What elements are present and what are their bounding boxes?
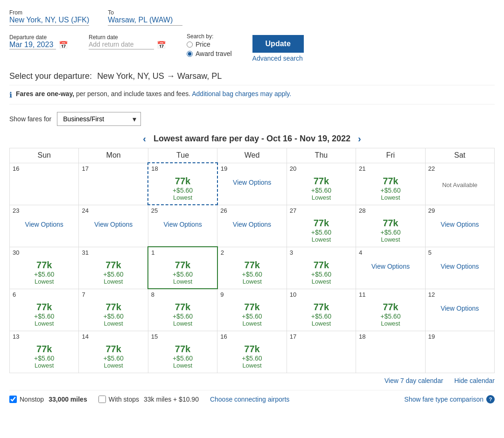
view-options-link[interactable]: View Options — [428, 221, 491, 228]
view-options-link[interactable]: View Options — [151, 221, 214, 228]
from-value[interactable]: New York, NY, US (JFK) — [9, 16, 89, 26]
fare-fee: +$5.60 — [290, 229, 353, 236]
fare-type-select[interactable]: Business/First — [57, 112, 141, 126]
day-number: 30 — [13, 249, 76, 256]
nonstop-miles: 33,000 miles — [49, 396, 87, 403]
fare-lowest-label: Lowest — [359, 194, 422, 201]
calendar-cell[interactable]: 29View Options — [425, 205, 494, 247]
calendar-cell[interactable]: 23View Options — [10, 205, 79, 247]
calendar-cell: 1677k+$5.60Lowest — [217, 331, 287, 373]
fare-lowest-label: Lowest — [220, 320, 283, 327]
calendar-day-header: Tue — [148, 148, 217, 163]
calendar-cell[interactable]: 24View Options — [79, 205, 148, 247]
advanced-search-link[interactable]: Advanced search — [252, 55, 303, 62]
view-7-day-link[interactable]: View 7 day calendar — [385, 377, 443, 384]
fare-lowest-label: Lowest — [151, 278, 214, 285]
fare-fee: +$5.60 — [290, 271, 353, 278]
view-options-link[interactable]: View Options — [82, 221, 145, 228]
price-radio[interactable] — [187, 42, 193, 48]
calendar-cell[interactable]: 12View Options — [425, 289, 494, 331]
calendar-cell: 177k+$5.60Lowest — [148, 247, 217, 289]
calendar-cell: 1377k+$5.60Lowest — [10, 331, 79, 373]
calendar-cell: 2077k+$5.60Lowest — [287, 163, 356, 205]
day-number: 27 — [290, 207, 353, 214]
day-number: 22 — [428, 165, 491, 172]
fare-lowest-label: Lowest — [290, 236, 353, 243]
bag-charges-link[interactable]: Additional bag charges may apply. — [192, 90, 291, 97]
calendar-cell: 2877k+$5.60Lowest — [356, 205, 425, 247]
calendar-cell[interactable]: 4View Options — [356, 247, 425, 289]
view-options-link[interactable]: View Options — [220, 221, 283, 228]
return-calendar-icon[interactable]: 📅 — [157, 41, 166, 49]
day-number: 12 — [428, 291, 491, 298]
day-number: 19 — [428, 333, 491, 340]
day-number: 29 — [428, 207, 491, 214]
fare-lowest-label: Lowest — [359, 236, 422, 243]
price-radio-label: Price — [196, 41, 210, 48]
calendar-cell: 17 — [79, 163, 148, 205]
view-options-link[interactable]: View Options — [428, 263, 491, 270]
fare-miles: 77k — [359, 218, 422, 229]
fare-type-wrapper[interactable]: Business/First — [57, 112, 141, 126]
fare-fee: +$5.60 — [151, 313, 214, 320]
calendar-cell[interactable]: 25View Options — [148, 205, 217, 247]
fare-fee: +$5.60 — [359, 229, 422, 236]
nonstop-checkbox[interactable] — [9, 396, 17, 403]
return-date-field: Return date Add return date 📅 — [89, 33, 166, 49]
fares-info: ℹ Fares are one-way, per person, and inc… — [9, 85, 495, 104]
award-radio[interactable] — [187, 51, 193, 57]
calendar-cell: 877k+$5.60Lowest — [148, 289, 217, 331]
price-radio-item[interactable]: Price — [187, 41, 232, 48]
day-number: 2 — [221, 249, 284, 256]
view-options-link[interactable]: View Options — [359, 263, 422, 270]
fare-fee: +$5.60 — [220, 355, 283, 362]
departure-calendar-icon[interactable]: 📅 — [59, 41, 68, 49]
calendar-title: Lowest award fare per day - Oct 16 - Nov… — [154, 134, 350, 144]
prev-month-button[interactable]: ‹ — [143, 133, 146, 144]
fare-lowest-label: Lowest — [13, 278, 76, 285]
calendar-week-row: 16171877k+$5.60Lowest19View Options2077k… — [10, 163, 495, 205]
calendar-body: 16171877k+$5.60Lowest19View Options2077k… — [10, 163, 495, 373]
choose-airports-link[interactable]: Choose connecting airports — [210, 396, 289, 403]
view-options-link[interactable]: View Options — [428, 305, 491, 312]
fare-fee: +$5.60 — [290, 187, 353, 194]
departure-value[interactable]: Mar 19, 2023 — [9, 41, 56, 49]
calendar-table: SunMonTueWedThuFriSat 16171877k+$5.60Low… — [9, 148, 495, 373]
nonstop-checkbox-item[interactable]: Nonstop 33,000 miles — [9, 396, 87, 403]
fare-comparison-link[interactable]: Show fare type comparison — [404, 396, 483, 403]
update-button[interactable]: Update — [252, 35, 304, 53]
help-icon[interactable]: ? — [486, 395, 495, 403]
calendar-cell: 3077k+$5.60Lowest — [10, 247, 79, 289]
return-placeholder[interactable]: Add return date — [89, 41, 154, 49]
from-label: From — [9, 9, 89, 16]
calendar-cell[interactable]: 26View Options — [217, 205, 287, 247]
with-stops-value: 33k miles + $10.90 — [144, 396, 199, 403]
day-number: 8 — [151, 291, 214, 298]
day-number: 13 — [13, 333, 76, 340]
day-number: 3 — [290, 249, 353, 256]
day-number: 11 — [359, 291, 422, 298]
with-stops-checkbox-item[interactable]: With stops 33k miles + $10.90 — [98, 396, 199, 403]
calendar-cell: 677k+$5.60Lowest — [10, 289, 79, 331]
day-number: 14 — [82, 333, 145, 340]
fare-lowest-label: Lowest — [290, 320, 353, 327]
calendar-cell: 1577k+$5.60Lowest — [148, 331, 217, 373]
calendar-cell[interactable]: 5View Options — [425, 247, 494, 289]
day-number: 18 — [151, 165, 214, 172]
calendar-week-row: 1377k+$5.60Lowest1477k+$5.60Lowest1577k+… — [10, 331, 495, 373]
calendar-cell: 18 — [356, 331, 425, 373]
fare-fee: +$5.60 — [151, 355, 214, 362]
with-stops-checkbox[interactable] — [98, 396, 106, 403]
calendar-nav: ‹ Lowest award fare per day - Oct 16 - N… — [9, 133, 495, 144]
award-radio-item[interactable]: Award travel — [187, 50, 232, 57]
calendar-cell: 777k+$5.60Lowest — [79, 289, 148, 331]
fare-miles: 77k — [13, 260, 76, 271]
calendar-cell[interactable]: 19View Options — [217, 163, 287, 205]
hide-calendar-link[interactable]: Hide calendar — [455, 377, 495, 384]
to-value[interactable]: Warsaw, PL (WAW) — [108, 16, 182, 26]
fare-fee: +$5.60 — [151, 187, 214, 194]
view-options-link[interactable]: View Options — [13, 221, 76, 228]
not-available-label: Not Available — [428, 181, 491, 188]
next-month-button[interactable]: › — [358, 133, 361, 144]
view-options-link[interactable]: View Options — [221, 179, 284, 186]
